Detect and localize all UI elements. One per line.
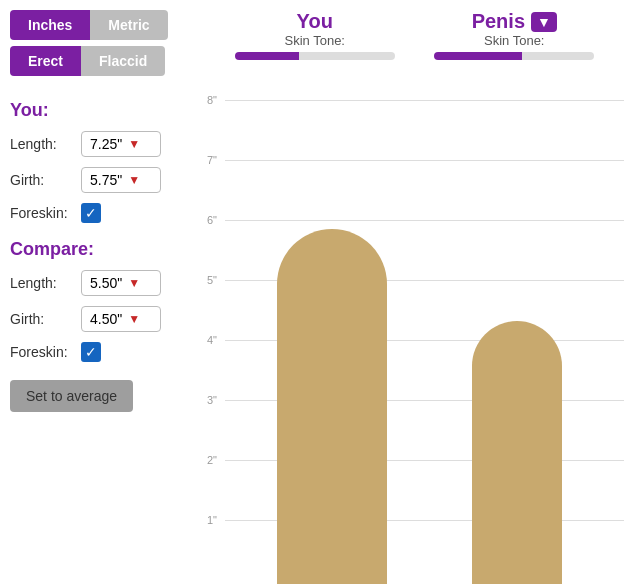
you-length-label: Length:	[10, 136, 75, 152]
you-length-select[interactable]: 7.25" ▼	[81, 131, 161, 157]
you-girth-row: Girth: 5.75" ▼	[10, 167, 205, 193]
flaccid-button[interactable]: Flaccid	[81, 46, 165, 76]
penis-dropdown[interactable]: Penis ▼	[415, 10, 615, 33]
you-label: You	[215, 10, 415, 33]
grid-label-2: 2"	[207, 454, 217, 466]
compare-girth-value: 4.50"	[90, 311, 122, 327]
columns-area: You Skin Tone: Penis ▼ Skin Tone:	[215, 10, 614, 76]
erect-button[interactable]: Erect	[10, 46, 81, 76]
compare-girth-row: Girth: 4.50" ▼	[10, 306, 205, 332]
left-panel: You: Length: 7.25" ▼ Girth: 5.75" ▼ Fore…	[10, 100, 205, 412]
penis-skin-tone-slider[interactable]	[434, 52, 594, 60]
compare-length-arrow: ▼	[128, 276, 140, 290]
you-bar	[277, 229, 387, 584]
compare-length-select[interactable]: 5.50" ▼	[81, 270, 161, 296]
compare-foreskin-row: Foreskin: ✓	[10, 342, 205, 362]
grid-label-1: 1"	[207, 514, 217, 526]
you-foreskin-row: Foreskin: ✓	[10, 203, 205, 223]
set-to-average-button[interactable]: Set to average	[10, 380, 133, 412]
you-bar-wrapper	[255, 229, 410, 584]
you-foreskin-label: Foreskin:	[10, 205, 75, 221]
inches-button[interactable]: Inches	[10, 10, 90, 40]
compare-bar	[472, 321, 562, 584]
penis-column-header: Penis ▼ Skin Tone:	[415, 10, 615, 76]
grid-label-3: 3"	[207, 394, 217, 406]
chart-inner: 8" 7" 6" 5" 4" 3" 2" 1"	[205, 100, 624, 584]
grid-label-6: 6"	[207, 214, 217, 226]
compare-girth-select[interactable]: 4.50" ▼	[81, 306, 161, 332]
grid-label-8: 8"	[207, 94, 217, 106]
controls-area: Inches Metric Erect Flaccid	[10, 10, 215, 76]
compare-length-row: Length: 5.50" ▼	[10, 270, 205, 296]
grid-label-7: 7"	[207, 154, 217, 166]
you-girth-label: Girth:	[10, 172, 75, 188]
header-row: Inches Metric Erect Flaccid You Skin Ton…	[0, 0, 624, 76]
penis-label: Penis	[472, 10, 525, 33]
chart-area: 8" 7" 6" 5" 4" 3" 2" 1"	[205, 100, 624, 584]
you-girth-select[interactable]: 5.75" ▼	[81, 167, 161, 193]
you-foreskin-checkmark: ✓	[85, 206, 97, 220]
penis-dropdown-arrow: ▼	[531, 12, 557, 32]
you-column-header: You Skin Tone:	[215, 10, 415, 76]
you-length-row: Length: 7.25" ▼	[10, 131, 205, 157]
state-toggle: Erect Flaccid	[10, 46, 215, 76]
you-skin-tone-label: Skin Tone:	[215, 33, 415, 48]
compare-girth-arrow: ▼	[128, 312, 140, 326]
unit-toggle: Inches Metric	[10, 10, 215, 40]
grid-label-5: 5"	[207, 274, 217, 286]
you-girth-value: 5.75"	[90, 172, 122, 188]
compare-foreskin-label: Foreskin:	[10, 344, 75, 360]
you-foreskin-checkbox[interactable]: ✓	[81, 203, 101, 223]
grid-label-4: 4"	[207, 334, 217, 346]
you-section-title: You:	[10, 100, 205, 121]
compare-length-label: Length:	[10, 275, 75, 291]
compare-foreskin-checkmark: ✓	[85, 345, 97, 359]
you-length-arrow: ▼	[128, 137, 140, 151]
you-skin-tone-slider[interactable]	[235, 52, 395, 60]
compare-foreskin-checkbox[interactable]: ✓	[81, 342, 101, 362]
compare-length-value: 5.50"	[90, 275, 122, 291]
compare-bar-wrapper	[440, 321, 595, 584]
penis-skin-tone-label: Skin Tone:	[415, 33, 615, 48]
bars-container	[225, 100, 624, 584]
compare-section-title: Compare:	[10, 239, 205, 260]
you-length-value: 7.25"	[90, 136, 122, 152]
you-girth-arrow: ▼	[128, 173, 140, 187]
compare-girth-label: Girth:	[10, 311, 75, 327]
metric-button[interactable]: Metric	[90, 10, 167, 40]
